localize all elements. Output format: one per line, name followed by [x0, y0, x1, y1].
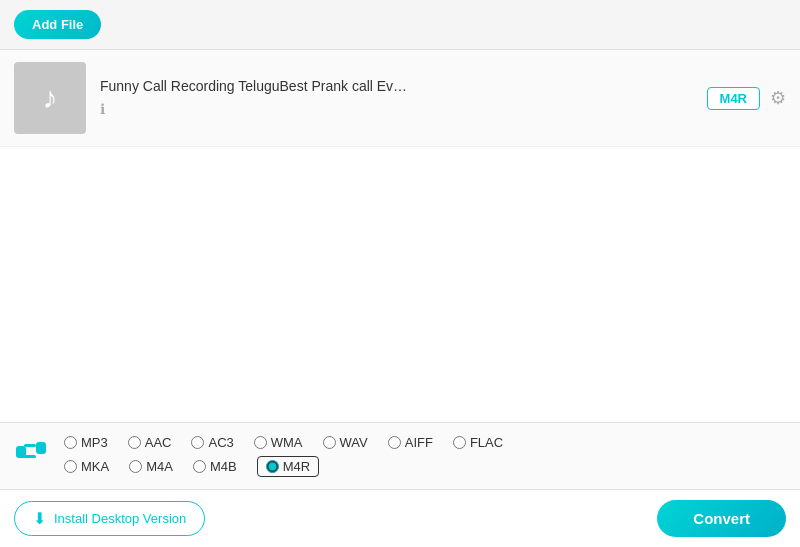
settings-icon[interactable]: ⚙: [770, 87, 786, 109]
download-icon: ⬇: [33, 509, 46, 528]
format-option-ac3[interactable]: AC3: [191, 435, 233, 450]
format-music-icon: [14, 436, 48, 476]
format-option-wav[interactable]: WAV: [323, 435, 368, 450]
format-option-mka[interactable]: MKA: [64, 459, 109, 474]
format-option-flac[interactable]: FLAC: [453, 435, 503, 450]
svg-rect-3: [24, 444, 36, 447]
convert-button[interactable]: Convert: [657, 500, 786, 537]
format-option-aac[interactable]: AAC: [128, 435, 172, 450]
format-option-wma[interactable]: WMA: [254, 435, 303, 450]
format-option-m4a[interactable]: M4A: [129, 459, 173, 474]
file-name: Funny Call Recording TeluguBest Prank ca…: [100, 78, 693, 94]
format-selector: MP3AACAC3WMAWAVAIFFFLAC MKAM4AM4BM4R: [0, 422, 800, 489]
format-row-2: MKAM4AM4BM4R: [64, 456, 786, 477]
header-bar: Add File: [0, 0, 800, 50]
file-info: Funny Call Recording TeluguBest Prank ca…: [86, 78, 707, 118]
format-option-mp3[interactable]: MP3: [64, 435, 108, 450]
format-options: MP3AACAC3WMAWAVAIFFFLAC MKAM4AM4BM4R: [64, 435, 786, 477]
file-list: ♪ Funny Call Recording TeluguBest Prank …: [0, 50, 800, 422]
format-option-m4r[interactable]: M4R: [257, 456, 319, 477]
footer: ⬇ Install Desktop Version Convert: [0, 489, 800, 547]
file-item: ♪ Funny Call Recording TeluguBest Prank …: [0, 50, 800, 147]
svg-rect-1: [36, 442, 46, 454]
format-option-m4b[interactable]: M4B: [193, 459, 237, 474]
file-actions: M4R ⚙: [707, 87, 786, 110]
install-desktop-button[interactable]: ⬇ Install Desktop Version: [14, 501, 205, 536]
music-note-icon: ♪: [43, 81, 58, 115]
svg-rect-2: [24, 455, 36, 458]
format-badge[interactable]: M4R: [707, 87, 760, 110]
format-row-1: MP3AACAC3WMAWAVAIFFFLAC: [64, 435, 786, 450]
format-option-aiff[interactable]: AIFF: [388, 435, 433, 450]
file-thumbnail: ♪: [14, 62, 86, 134]
install-label: Install Desktop Version: [54, 511, 186, 526]
add-file-button[interactable]: Add File: [14, 10, 101, 39]
info-icon[interactable]: ℹ: [100, 101, 105, 117]
